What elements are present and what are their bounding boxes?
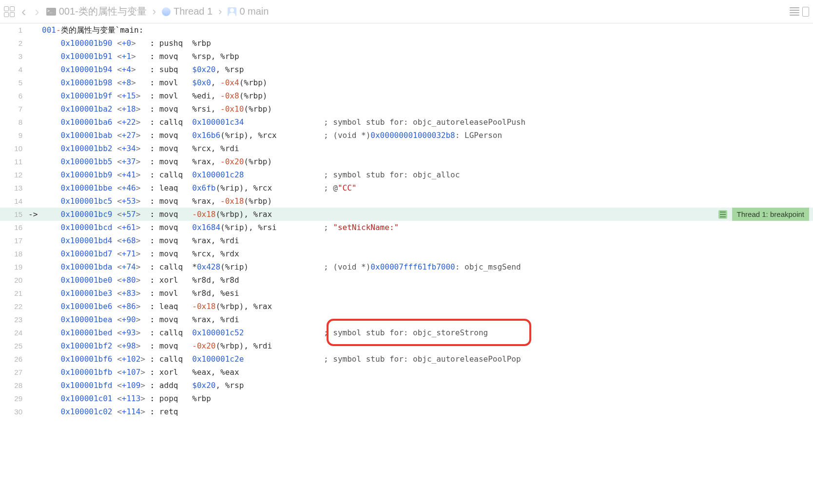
- frame-icon: [228, 7, 236, 16]
- line-number: 9: [0, 129, 28, 142]
- code-line[interactable]: 8 0x100001ba6 <+22> : callq 0x100001c34 …: [0, 116, 813, 129]
- code-text: 0x100001be6 <+86> : leaq -0x18(%rbp), %r…: [42, 300, 272, 313]
- code-line[interactable]: 9 0x100001bab <+27> : movq 0x16b6(%rip),…: [0, 129, 813, 142]
- code-text: 0x100001ba2 <+18> : movq %rsi, -0x10(%rb…: [42, 102, 272, 116]
- breadcrumb-separator: ›: [152, 5, 157, 18]
- code-text: 0x100001ba6 <+22> : callq 0x100001c34 ; …: [42, 116, 525, 129]
- code-line[interactable]: 17 0x100001bd4 <+68> : movq %rax, %rdi: [0, 234, 813, 247]
- breadcrumb-3[interactable]: 0 main: [228, 6, 269, 17]
- code-line[interactable]: 14 0x100001bc5 <+53> : movq %rax, -0x18(…: [0, 194, 813, 208]
- line-number: 27: [0, 366, 28, 379]
- line-number: 21: [0, 287, 28, 300]
- code-text: 0x100001bd4 <+68> : movq %rax, %rdi: [42, 234, 239, 247]
- code-text: 0x100001bc9 <+57> : movq -0x18(%rbp), %r…: [42, 208, 272, 221]
- line-number: 29: [0, 392, 28, 405]
- editor-options-icon[interactable]: [790, 7, 799, 17]
- pc-arrow-col: ->: [28, 208, 42, 221]
- breadcrumb-2[interactable]: Thread 1: [162, 6, 213, 17]
- code-text: 0x100001bb2 <+34> : movq %rcx, %rdi: [42, 142, 239, 155]
- line-number: 19: [0, 260, 28, 273]
- code-line[interactable]: 30 0x100001c02 <+114> : retq: [0, 405, 813, 418]
- nav-forward-button: ›: [33, 4, 41, 19]
- code-text: 0x100001bfb <+107> : xorl %eax, %eax: [42, 366, 239, 379]
- line-number: 25: [0, 339, 28, 352]
- code-line[interactable]: 2 0x100001b90 <+0> : pushq %rbp: [0, 37, 813, 50]
- code-text: 0x100001b90 <+0> : pushq %rbp: [42, 37, 211, 50]
- code-line[interactable]: 28 0x100001bfd <+109> : addq $0x20, %rsp: [0, 379, 813, 392]
- line-number: 28: [0, 379, 28, 392]
- line-number: 18: [0, 247, 28, 260]
- code-line[interactable]: 25 0x100001bf2 <+98> : movq -0x20(%rbp),…: [0, 339, 813, 352]
- assistant-panel-icon[interactable]: [802, 7, 809, 17]
- line-number: 14: [0, 194, 28, 208]
- code-line[interactable]: 24 0x100001bed <+93> : callq 0x100001c52…: [0, 326, 813, 339]
- code-text: 0x100001bcd <+61> : movq 0x1684(%rip), %…: [42, 221, 399, 234]
- code-text: 0x100001bd7 <+71> : movq %rcx, %rdx: [42, 247, 239, 260]
- line-number: 2: [0, 37, 28, 50]
- line-number: 10: [0, 142, 28, 155]
- code-line[interactable]: 5 0x100001b98 <+8> : movl $0x0, -0x4(%rb…: [0, 76, 813, 89]
- code-line[interactable]: 15-> 0x100001bc9 <+57> : movq -0x18(%rbp…: [0, 208, 813, 221]
- line-number: 15: [0, 208, 28, 221]
- code-text: 0x100001be0 <+80> : xorl %r8d, %r8d: [42, 273, 239, 287]
- toolbar: ‹ › 001-类的属性与变量 › Thread 1 › 0 main: [0, 0, 813, 23]
- line-number: 17: [0, 234, 28, 247]
- line-number: 5: [0, 76, 28, 89]
- line-number: 3: [0, 50, 28, 63]
- breadcrumb-separator: ›: [217, 5, 223, 18]
- executable-icon: [46, 8, 56, 16]
- breakpoint-label: Thread 1: breakpoint: [732, 208, 809, 221]
- code-line[interactable]: 1001-类的属性与变量`main:: [0, 23, 813, 37]
- line-number: 30: [0, 405, 28, 418]
- code-text: 0x100001bfd <+109> : addq $0x20, %rsp: [42, 379, 244, 392]
- line-number: 16: [0, 221, 28, 234]
- breadcrumb-2-label: Thread 1: [174, 6, 213, 17]
- code-line[interactable]: 7 0x100001ba2 <+18> : movq %rsi, -0x10(%…: [0, 102, 813, 116]
- line-number: 13: [0, 181, 28, 194]
- code-text: 0x100001b94 <+4> : subq $0x20, %rsp: [42, 63, 244, 76]
- code-line[interactable]: 10 0x100001bb2 <+34> : movq %rcx, %rdi: [0, 142, 813, 155]
- code-line[interactable]: 20 0x100001be0 <+80> : xorl %r8d, %r8d: [0, 273, 813, 287]
- nav-back-button[interactable]: ‹: [19, 4, 28, 19]
- code-line[interactable]: 12 0x100001bb9 <+41> : callq 0x100001c28…: [0, 168, 813, 181]
- code-line[interactable]: 11 0x100001bb5 <+37> : movq %rax, -0x20(…: [0, 155, 813, 168]
- code-line[interactable]: 4 0x100001b94 <+4> : subq $0x20, %rsp: [0, 63, 813, 76]
- code-line[interactable]: 3 0x100001b91 <+1> : movq %rsp, %rbp: [0, 50, 813, 63]
- code-text: 0x100001bda <+74> : callq *0x428(%rip) ;…: [42, 260, 521, 273]
- code-text: 0x100001bea <+90> : movq %rax, %rdi: [42, 313, 239, 326]
- code-line[interactable]: 23 0x100001bea <+90> : movq %rax, %rdi: [0, 313, 813, 326]
- code-text: 0x100001bed <+93> : callq 0x100001c52 ; …: [42, 326, 488, 339]
- line-number: 26: [0, 352, 28, 366]
- breadcrumb-3-label: 0 main: [239, 6, 269, 17]
- code-line[interactable]: 26 0x100001bf6 <+102> : callq 0x100001c2…: [0, 352, 813, 366]
- code-line[interactable]: 22 0x100001be6 <+86> : leaq -0x18(%rbp),…: [0, 300, 813, 313]
- thread-icon: [162, 7, 171, 16]
- code-line[interactable]: 18 0x100001bd7 <+71> : movq %rcx, %rdx: [0, 247, 813, 260]
- code-text: 0x100001b9f <+15> : movl %edi, -0x8(%rbp…: [42, 89, 267, 102]
- line-number: 20: [0, 273, 28, 287]
- code-line[interactable]: 19 0x100001bda <+74> : callq *0x428(%rip…: [0, 260, 813, 273]
- breakpoint-drag-icon[interactable]: [718, 210, 727, 219]
- breadcrumb-1[interactable]: 001-类的属性与变量: [46, 5, 147, 18]
- code-text: 0x100001bbe <+46> : leaq 0x6fb(%rip), %r…: [42, 181, 356, 194]
- line-number: 22: [0, 300, 28, 313]
- code-line[interactable]: 27 0x100001bfb <+107> : xorl %eax, %eax: [0, 366, 813, 379]
- line-number: 1: [0, 23, 28, 37]
- breakpoint-badge[interactable]: Thread 1: breakpoint: [718, 208, 809, 221]
- line-number: 11: [0, 155, 28, 168]
- line-number: 24: [0, 326, 28, 339]
- related-items-icon[interactable]: [4, 6, 15, 17]
- code-text: 0x100001bc5 <+53> : movq %rax, -0x18(%rb…: [42, 194, 272, 208]
- disassembly-editor[interactable]: 1001-类的属性与变量`main:2 0x100001b90 <+0> : p…: [0, 23, 813, 418]
- code-text: 0x100001bf2 <+98> : movq -0x20(%rbp), %r…: [42, 339, 272, 352]
- line-number: 23: [0, 313, 28, 326]
- code-line[interactable]: 13 0x100001bbe <+46> : leaq 0x6fb(%rip),…: [0, 181, 813, 194]
- code-line[interactable]: 21 0x100001be3 <+83> : movl %r8d, %esi: [0, 287, 813, 300]
- line-number: 12: [0, 168, 28, 181]
- code-line[interactable]: 16 0x100001bcd <+61> : movq 0x1684(%rip)…: [0, 221, 813, 234]
- code-line[interactable]: 6 0x100001b9f <+15> : movl %edi, -0x8(%r…: [0, 89, 813, 102]
- line-number: 8: [0, 116, 28, 129]
- code-line[interactable]: 29 0x100001c01 <+113> : popq %rbp: [0, 392, 813, 405]
- line-number: 4: [0, 63, 28, 76]
- code-text: 0x100001c02 <+114> : retq: [42, 405, 192, 418]
